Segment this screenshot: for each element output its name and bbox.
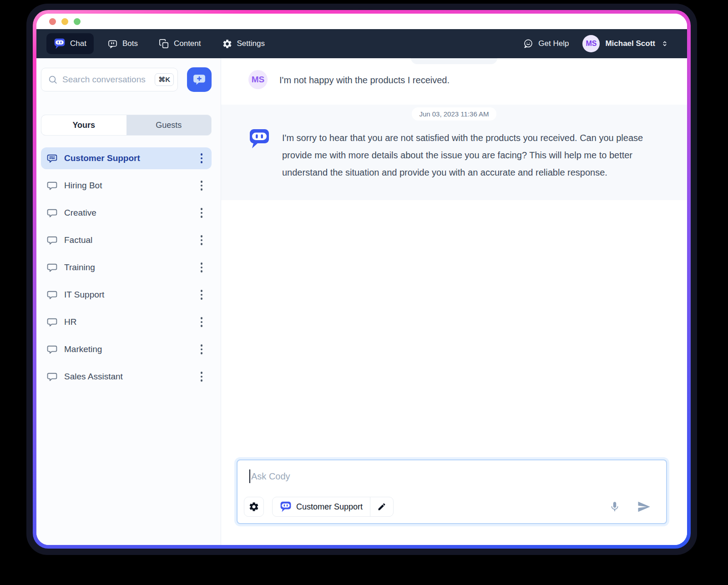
kebab-menu-button[interactable] xyxy=(197,179,206,192)
composer-input[interactable] xyxy=(250,471,655,482)
bot-selector-label: Customer Support xyxy=(296,502,363,512)
timestamp-row: Jun 03, 2023 11:36 AM xyxy=(248,107,660,121)
gear-icon xyxy=(248,501,259,512)
titlebar xyxy=(36,14,687,29)
app-body: ⌘K Yours Guests xyxy=(36,58,687,545)
shortcut-badge: ⌘K xyxy=(155,73,174,86)
chat-area: MS I'm not happy with the products I rec… xyxy=(221,58,687,545)
new-chat-button[interactable] xyxy=(187,67,212,92)
kebab-menu-button[interactable] xyxy=(197,288,206,302)
chat-bubble-icon xyxy=(46,344,58,355)
edit-bot-button[interactable] xyxy=(370,497,393,516)
gradient-border: Chat Bots xyxy=(33,10,691,549)
composer-input-row xyxy=(244,469,655,483)
composer-controls: Customer Support xyxy=(244,497,655,517)
conversation-label: Training xyxy=(64,262,191,272)
conversation-customer-support[interactable]: Customer Support xyxy=(41,147,212,169)
tab-content[interactable]: Content xyxy=(152,34,208,54)
chat-bubble-icon xyxy=(46,235,58,246)
search-icon xyxy=(48,75,58,85)
conversation-creative[interactable]: Creative xyxy=(41,202,212,224)
kebab-menu-button[interactable] xyxy=(197,233,206,247)
user-message-avatar: MS xyxy=(248,70,268,89)
app-window: Chat Bots xyxy=(36,14,687,545)
chevron-up-down-icon xyxy=(661,40,669,48)
conversation-label: IT Support xyxy=(64,290,191,300)
conversation-sales-assistant[interactable]: Sales Assistant xyxy=(41,366,212,388)
cody-bot-avatar xyxy=(248,128,270,150)
conversation-it-support[interactable]: IT Support xyxy=(41,284,212,306)
conversation-label: Sales Assistant xyxy=(64,372,191,382)
conversation-hiring-bot[interactable]: Hiring Bot xyxy=(41,175,212,197)
top-navbar: Chat Bots xyxy=(36,29,687,58)
bot-face-icon xyxy=(107,39,118,49)
send-button[interactable] xyxy=(637,500,651,514)
chat-spacer xyxy=(221,200,687,459)
user-message-text: I'm not happy with the products I receiv… xyxy=(279,70,450,89)
tab-yours[interactable]: Yours xyxy=(41,115,126,135)
search-box[interactable]: ⌘K xyxy=(41,68,178,91)
nav-tabs: Chat Bots xyxy=(46,33,272,54)
get-help-label: Get Help xyxy=(538,39,569,48)
conversation-label: Factual xyxy=(64,235,191,245)
composer: Customer Support xyxy=(237,459,667,524)
conversation-list: Customer Support Hiring Bot xyxy=(41,147,212,393)
user-avatar: MS xyxy=(582,35,600,52)
pencil-icon xyxy=(377,502,386,511)
conversation-label: Hiring Bot xyxy=(64,181,191,191)
minimize-window-button[interactable] xyxy=(61,18,68,25)
gear-icon xyxy=(222,39,233,49)
conversation-hr[interactable]: HR xyxy=(41,311,212,333)
kebab-menu-button[interactable] xyxy=(197,315,206,329)
search-input[interactable] xyxy=(62,75,150,85)
conversation-label: Marketing xyxy=(64,344,191,354)
conversation-label: HR xyxy=(64,317,191,327)
get-help-button[interactable]: Get Help xyxy=(523,38,569,49)
kebab-menu-button[interactable] xyxy=(197,151,206,165)
tab-bots[interactable]: Bots xyxy=(100,34,145,54)
send-icon xyxy=(637,500,651,514)
tab-settings[interactable]: Settings xyxy=(215,34,272,54)
bot-selector[interactable]: Customer Support xyxy=(273,497,370,516)
cody-bubble-icon xyxy=(54,38,66,50)
conversation-marketing[interactable]: Marketing xyxy=(41,338,212,360)
kebab-menu-button[interactable] xyxy=(197,206,206,220)
bot-message-section: Jun 03, 2023 11:36 AM I'm sorry to hear … xyxy=(221,105,687,200)
chat-bubble-icon xyxy=(46,289,58,301)
kebab-menu-button[interactable] xyxy=(197,370,206,383)
clipped-timestamp-pill xyxy=(411,58,497,64)
microphone-button[interactable] xyxy=(609,501,621,513)
copy-icon xyxy=(159,39,169,49)
chat-plus-icon xyxy=(192,73,206,86)
conversation-label: Customer Support xyxy=(64,153,191,163)
microphone-icon xyxy=(609,501,621,513)
chat-lines-icon xyxy=(46,153,58,164)
chat-bubble-icon xyxy=(46,207,58,219)
user-menu[interactable]: MS Michael Scott xyxy=(582,35,669,52)
chat-bubble-icon xyxy=(46,317,58,328)
composer-right-icons xyxy=(609,500,651,514)
conversation-factual[interactable]: Factual xyxy=(41,229,212,251)
cody-bubble-icon xyxy=(280,501,292,513)
tab-bots-label: Bots xyxy=(122,39,138,48)
window-frame: Chat Bots xyxy=(26,4,697,555)
conversation-training[interactable]: Training xyxy=(41,257,212,278)
composer-settings-button[interactable] xyxy=(244,497,264,517)
nav-right: Get Help MS Michael Scott xyxy=(523,35,669,52)
timestamp-pill: Jun 03, 2023 11:36 AM xyxy=(412,107,496,121)
chat-bubble-icon xyxy=(46,262,58,273)
user-message: MS I'm not happy with the products I rec… xyxy=(221,58,687,105)
chat-bubble-icon xyxy=(46,371,58,383)
zoom-window-button[interactable] xyxy=(74,18,81,25)
chat-bubble-icon xyxy=(46,180,58,192)
kebab-menu-button[interactable] xyxy=(197,343,206,356)
conversation-filter-tabs: Yours Guests xyxy=(41,115,212,136)
kebab-menu-button[interactable] xyxy=(197,261,206,274)
conversation-label: Creative xyxy=(64,208,191,218)
tab-guests[interactable]: Guests xyxy=(126,115,212,135)
bot-selector-chip: Customer Support xyxy=(272,497,394,517)
close-window-button[interactable] xyxy=(49,18,56,25)
sidebar: ⌘K Yours Guests xyxy=(36,58,221,545)
tab-chat[interactable]: Chat xyxy=(46,33,94,54)
tab-chat-label: Chat xyxy=(70,39,86,48)
